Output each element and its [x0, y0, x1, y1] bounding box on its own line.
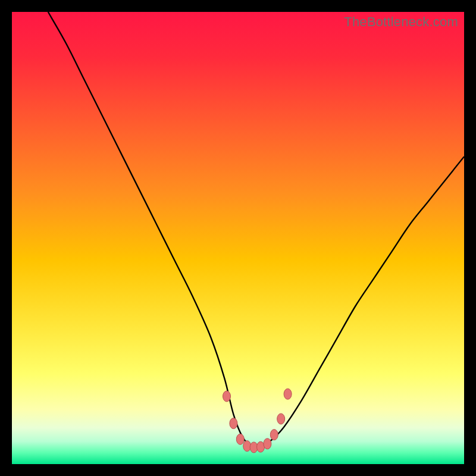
- watermark-text: TheBottleneck.com: [344, 14, 458, 30]
- trough-marker: [223, 391, 231, 402]
- trough-marker: [236, 434, 244, 444]
- curve-layer: [12, 12, 464, 464]
- trough-marker: [243, 441, 251, 452]
- trough-marker: [270, 430, 278, 440]
- bottleneck-curve: [48, 12, 464, 447]
- trough-marker: [277, 414, 285, 424]
- plot-area: TheBottleneck.com: [12, 12, 464, 464]
- trough-marker: [230, 418, 237, 429]
- chart-frame: TheBottleneck.com: [0, 0, 476, 476]
- trough-marker-group: [223, 389, 292, 453]
- trough-marker: [284, 389, 292, 399]
- trough-marker: [264, 439, 271, 449]
